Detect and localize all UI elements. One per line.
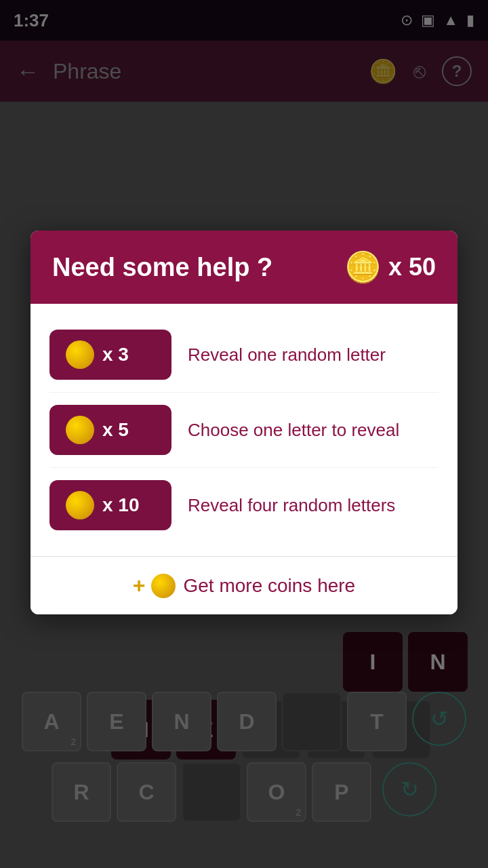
footer-coin-icon [151, 574, 176, 598]
coin-icon-3 [66, 491, 94, 519]
hint-3-button[interactable]: x 10 [49, 480, 171, 530]
dialog-body: x 3 Reveal one random letter x 5 Choose … [30, 304, 458, 556]
hint-option-1[interactable]: x 3 Reveal one random letter [49, 317, 439, 393]
get-more-coins-button[interactable]: + Get more coins here [30, 556, 458, 614]
dialog-title: Need some help ? [52, 253, 272, 282]
hint-option-2[interactable]: x 5 Choose one letter to reveal [49, 393, 439, 468]
hint-3-cost: x 10 [102, 494, 140, 516]
help-dialog: Need some help ? 🪙 x 50 x 3 Reveal one r… [30, 231, 458, 614]
get-more-text: Get more coins here [184, 575, 356, 597]
hint-option-3[interactable]: x 10 Reveal four random letters [49, 468, 439, 542]
hint-1-description: Reveal one random letter [188, 342, 439, 367]
coin-stack-icon: 🪙 [344, 250, 382, 285]
coins-count: x 50 [388, 253, 436, 281]
hint-3-description: Reveal four random letters [188, 493, 439, 517]
coin-icon-2 [66, 416, 94, 444]
hint-1-button[interactable]: x 3 [49, 330, 171, 380]
hint-2-cost: x 5 [102, 419, 129, 441]
hint-1-cost: x 3 [102, 344, 129, 366]
coin-icon-1 [66, 340, 94, 369]
hint-2-description: Choose one letter to reveal [188, 418, 439, 442]
dialog-header: Need some help ? 🪙 x 50 [30, 231, 458, 304]
plus-coin-display: + [133, 573, 176, 598]
coins-display: 🪙 x 50 [344, 250, 436, 285]
hint-2-button[interactable]: x 5 [49, 405, 171, 455]
